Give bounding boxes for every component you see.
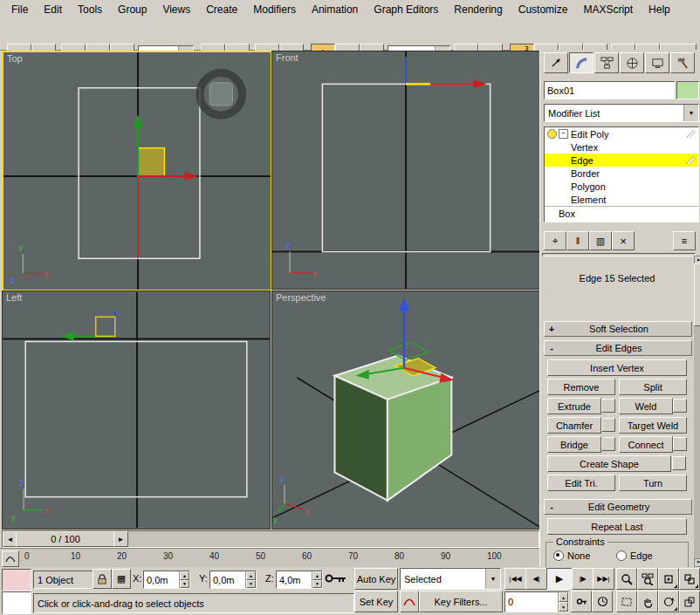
x-coordinate-field[interactable]: ▲▼ [143, 571, 190, 589]
track-bar[interactable]: 0 10 20 30 40 50 60 70 80 90 100 [0, 548, 539, 569]
spin-down-icon[interactable]: ▼ [246, 580, 256, 589]
set-key-button[interactable]: Set Key [354, 591, 398, 612]
menu-help[interactable]: Help [641, 1, 678, 18]
rollout-soft-selection[interactable]: + Soft Selection [544, 321, 692, 337]
viewport-perspective-label[interactable]: Perspective [276, 292, 326, 303]
stack-item-border[interactable]: Border [545, 167, 698, 180]
current-frame-input[interactable] [505, 592, 558, 612]
stack-item-box[interactable]: Box [545, 206, 698, 220]
tree-collapse-icon[interactable]: − [559, 129, 568, 139]
y-coordinate-field[interactable]: ▲▼ [209, 571, 257, 589]
remove-modifier-button[interactable]: × [612, 231, 635, 250]
spin-up-icon[interactable]: ▲ [180, 571, 189, 580]
rollout-edit-edges[interactable]: - Edit Edges [544, 340, 692, 356]
connect-button[interactable]: Connect [619, 436, 673, 453]
current-frame-field[interactable]: ▲▼ [504, 591, 569, 612]
viewport-perspective[interactable]: Perspective z x y [271, 290, 540, 530]
zoom-button[interactable] [616, 568, 637, 590]
x-spinner[interactable]: ▲▼ [179, 571, 189, 588]
pin-stack-button[interactable]: ⌖ [544, 231, 566, 250]
spin-down-icon[interactable]: ▼ [180, 580, 189, 589]
pan-view-button[interactable] [637, 591, 658, 612]
constraint-edge-radio[interactable]: Edge [616, 550, 653, 561]
menu-tools[interactable]: Tools [70, 1, 110, 18]
spin-up-icon[interactable]: ▲ [559, 592, 568, 602]
viewport-front-label[interactable]: Front [276, 52, 299, 63]
mini-curve-editor-button[interactable] [2, 550, 19, 567]
tab-utilities[interactable] [670, 52, 695, 73]
absolute-offset-mode-button[interactable]: ▦ [112, 569, 131, 589]
repeat-last-button[interactable]: Repeat Last [547, 518, 687, 535]
y-spinner[interactable]: ▲▼ [245, 571, 256, 588]
scroll-down-icon[interactable]: ▼ [694, 558, 700, 567]
maximize-viewport-toggle-button[interactable] [679, 591, 700, 612]
z-spinner[interactable]: ▲▼ [312, 571, 322, 588]
create-shape-settings-button[interactable] [672, 456, 686, 470]
make-unique-button[interactable]: ▥ [589, 231, 612, 250]
turn-button[interactable]: Turn [619, 475, 687, 491]
remove-button[interactable]: Remove [547, 379, 615, 395]
gizmo-plane-handle[interactable] [138, 148, 164, 176]
rollout-edit-geometry[interactable]: - Edit Geometry [544, 499, 692, 515]
menu-create[interactable]: Create [198, 1, 245, 18]
chamfer-settings-button[interactable] [601, 418, 615, 432]
menu-group[interactable]: Group [110, 1, 154, 18]
previous-frame-button[interactable]: ◀| [525, 568, 547, 590]
tab-modify[interactable] [569, 52, 594, 73]
menu-rendering[interactable]: Rendering [446, 1, 510, 18]
z-coordinate-field[interactable]: ▲▼ [276, 571, 323, 589]
gizmo-plane-handle[interactable] [96, 317, 115, 336]
tab-hierarchy[interactable] [594, 52, 619, 73]
modifier-list-dropdown[interactable]: Modifier List ▼ [544, 104, 699, 122]
menu-customize[interactable]: Customize [511, 1, 576, 18]
extrude-settings-button[interactable] [601, 399, 615, 413]
object-name-input[interactable] [545, 82, 674, 99]
tab-create[interactable] [544, 52, 568, 73]
key-mode-toggle-button[interactable] [571, 591, 592, 612]
box-right-face[interactable] [388, 378, 451, 501]
play-animation-button[interactable]: ▶ [546, 568, 573, 590]
spin-up-icon[interactable]: ▲ [246, 571, 256, 580]
time-slider-right-arrow[interactable]: ► [113, 531, 128, 547]
go-to-end-button[interactable]: ▶▶| [593, 568, 614, 590]
stack-item-edit-poly[interactable]: − Edit Poly [545, 127, 698, 140]
arc-rotate-button[interactable] [658, 591, 679, 612]
scrollbar-thumb[interactable] [694, 263, 700, 326]
viewport-top-label[interactable]: Top [7, 53, 23, 64]
show-end-result-button[interactable]: ‖ [566, 231, 589, 250]
gizmo-x-arrow[interactable] [474, 79, 487, 88]
tab-motion[interactable] [620, 52, 644, 73]
gizmo-z-arrow[interactable] [399, 297, 409, 311]
create-shape-button[interactable]: Create Shape [547, 455, 671, 472]
maxscript-listener-white[interactable] [2, 591, 31, 614]
extrude-button[interactable]: Extrude [547, 398, 601, 414]
gizmo-y-arrow[interactable] [134, 114, 142, 127]
object-color-swatch[interactable] [676, 81, 699, 99]
rotation-ring-center[interactable] [209, 83, 232, 106]
gizmo-x-arrow[interactable] [185, 172, 198, 181]
connect-settings-button[interactable] [673, 437, 687, 451]
spin-up-icon[interactable]: ▲ [312, 571, 322, 580]
chevron-down-icon[interactable]: ▼ [683, 105, 698, 121]
time-slider-handle[interactable]: 0 / 100 [16, 531, 115, 547]
viewport-front[interactable]: Front z x [271, 51, 540, 290]
zoom-extents-all-button[interactable] [679, 568, 700, 590]
spin-down-icon[interactable]: ▼ [559, 602, 568, 612]
chevron-down-icon[interactable]: ▼ [485, 569, 500, 589]
stack-item-element[interactable]: Element [545, 193, 698, 206]
selection-lock-button[interactable] [93, 569, 112, 589]
menu-edit[interactable]: Edit [36, 1, 70, 18]
time-configuration-button[interactable] [592, 591, 613, 612]
constraint-none-radio[interactable]: None [553, 550, 590, 561]
panel-scrollbar[interactable]: ▲ ▼ [694, 256, 700, 567]
key-filter-mode-dropdown[interactable]: Selected ▼ [400, 568, 501, 590]
insert-vertex-button[interactable]: Insert Vertex [547, 359, 687, 376]
bridge-settings-button[interactable] [601, 437, 615, 451]
menu-animation[interactable]: Animation [304, 1, 366, 18]
menu-file[interactable]: File [3, 1, 36, 18]
x-coordinate-input[interactable] [144, 571, 179, 588]
edit-tri-button[interactable]: Edit Tri. [547, 475, 615, 491]
time-slider-track[interactable]: ◄ 0 / 100 ► [2, 530, 539, 548]
stack-item-polygon[interactable]: Polygon [545, 180, 698, 193]
maxscript-listener-pink[interactable] [2, 569, 31, 591]
